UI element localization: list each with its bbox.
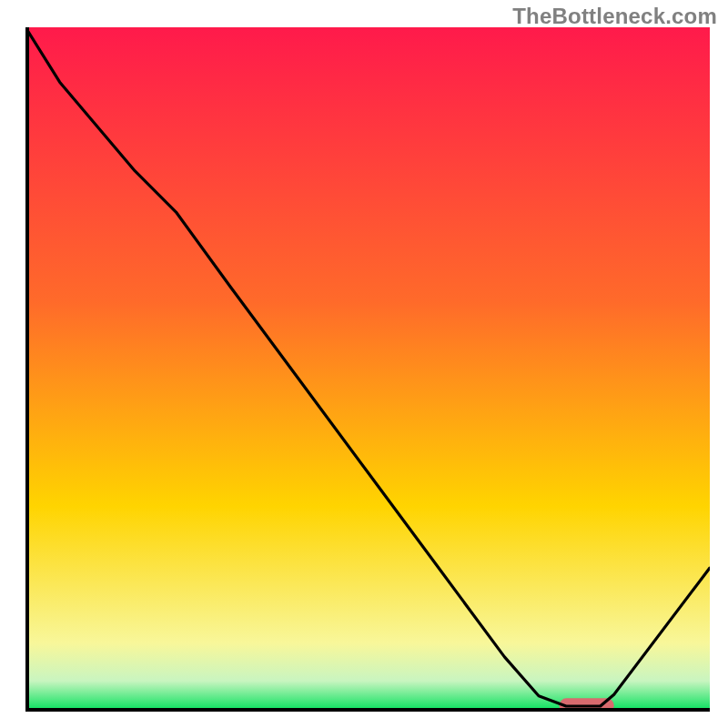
chart-svg [25,27,710,712]
chart-container: TheBottleneck.com [0,0,728,728]
plot-area [25,27,710,712]
watermark-text: TheBottleneck.com [512,4,717,29]
gradient-background [25,27,710,712]
